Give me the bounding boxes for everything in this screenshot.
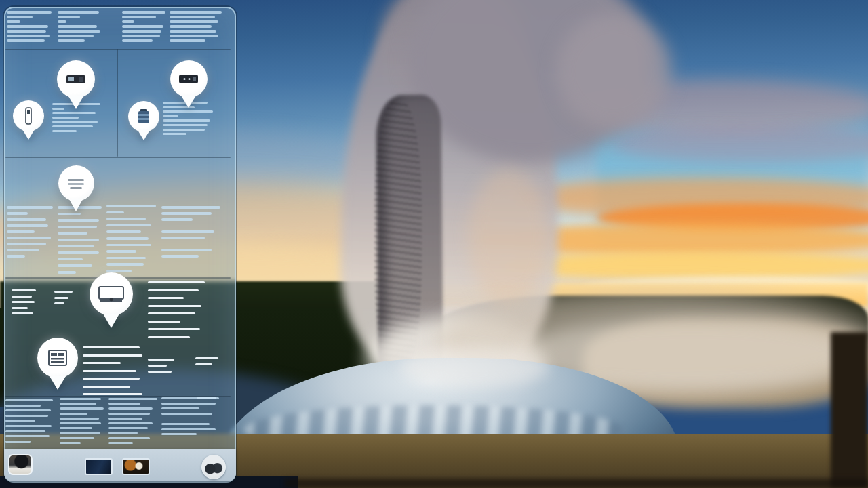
text-line [161, 249, 212, 251]
text-line [161, 206, 220, 209]
pin-tail [181, 96, 196, 108]
text-line [148, 328, 200, 330]
pin-tail [50, 376, 66, 390]
text-line [12, 312, 33, 314]
map-pin-device[interactable] [170, 60, 208, 108]
text-line [108, 398, 157, 400]
text-line [122, 20, 134, 23]
text-line [148, 312, 195, 314]
pin-tail [68, 96, 83, 109]
text-line [5, 409, 51, 411]
text-line [7, 35, 50, 37]
illegible-text-block [161, 397, 225, 439]
text-line [60, 398, 101, 400]
map-pin-bottle[interactable] [13, 100, 44, 140]
canister-icon [128, 101, 159, 132]
card-icon [37, 338, 78, 378]
text-line [58, 39, 85, 42]
illegible-text-block [161, 206, 224, 261]
text-line [122, 35, 160, 37]
text-line [52, 121, 98, 123]
taskbar-thumbnail-screen[interactable] [85, 458, 113, 475]
text-line [106, 270, 132, 272]
map-pin-monitor[interactable] [90, 272, 133, 328]
taskbar [4, 449, 236, 481]
monitor-icon [90, 272, 133, 316]
text-line [52, 130, 77, 132]
section-divider [5, 49, 231, 50]
text-line [161, 397, 219, 399]
text-line [148, 281, 205, 283]
text-line [108, 418, 142, 420]
text-line [122, 25, 163, 28]
text-line [58, 35, 94, 37]
text-line [163, 115, 178, 117]
text-line [83, 370, 136, 372]
text-line [161, 423, 210, 425]
text-line [60, 403, 96, 405]
text-line [161, 218, 193, 221]
text-line [54, 291, 73, 293]
text-line [7, 230, 35, 233]
pin-tail [69, 199, 83, 211]
map-pin-camcorder[interactable] [57, 60, 95, 109]
bottle-icon [13, 100, 44, 131]
text-line [58, 16, 80, 18]
text-line [52, 125, 93, 127]
text-line [148, 305, 201, 307]
device-icon [170, 60, 208, 98]
text-line [12, 296, 32, 298]
text-line [148, 289, 199, 291]
illegible-text-block [12, 289, 39, 319]
text-line [58, 258, 83, 261]
text-line [60, 442, 81, 444]
text-line [5, 415, 48, 417]
text-line [83, 362, 121, 364]
text-line [108, 427, 148, 429]
text-line [58, 11, 99, 14]
illegible-text-block [54, 291, 75, 308]
text-line [106, 244, 151, 247]
text-line [7, 224, 48, 227]
text-line [7, 249, 39, 251]
map-pin-canister[interactable] [128, 101, 159, 140]
text-line [161, 255, 199, 258]
text-line [60, 413, 87, 415]
text-line [7, 39, 45, 42]
text-line [106, 224, 151, 227]
text-line [83, 393, 142, 395]
text-line [108, 432, 138, 434]
illegible-text-block [7, 206, 53, 261]
text-line [170, 39, 205, 42]
map-pin-card[interactable] [37, 338, 78, 390]
illegible-text-block [60, 398, 106, 447]
text-line [58, 251, 99, 254]
text-line [58, 232, 87, 235]
text-line [5, 420, 35, 422]
taskbar-thumbnail-scene[interactable] [122, 458, 150, 475]
text-line [54, 302, 64, 304]
text-line [58, 271, 76, 274]
pin-tail [138, 130, 150, 140]
illegible-text-block [83, 346, 146, 401]
text-line [12, 307, 28, 309]
text-line [7, 243, 46, 245]
screen [0, 0, 868, 488]
text-line [7, 25, 48, 28]
illegible-text-block [108, 398, 157, 447]
text-line [106, 237, 149, 240]
map-pin-list[interactable] [58, 165, 94, 211]
text-line [170, 25, 212, 28]
text-line [7, 16, 33, 18]
text-line [148, 336, 190, 338]
text-line [60, 432, 100, 434]
taskbar-thumbnail-photo[interactable] [8, 454, 33, 475]
text-line [52, 117, 79, 119]
illegible-text-block [148, 359, 179, 377]
text-line [163, 110, 213, 113]
text-line [7, 20, 20, 23]
text-line [161, 407, 199, 409]
text-line [108, 403, 140, 405]
text-line [106, 263, 144, 266]
taskbar-user-icon[interactable] [201, 455, 226, 479]
